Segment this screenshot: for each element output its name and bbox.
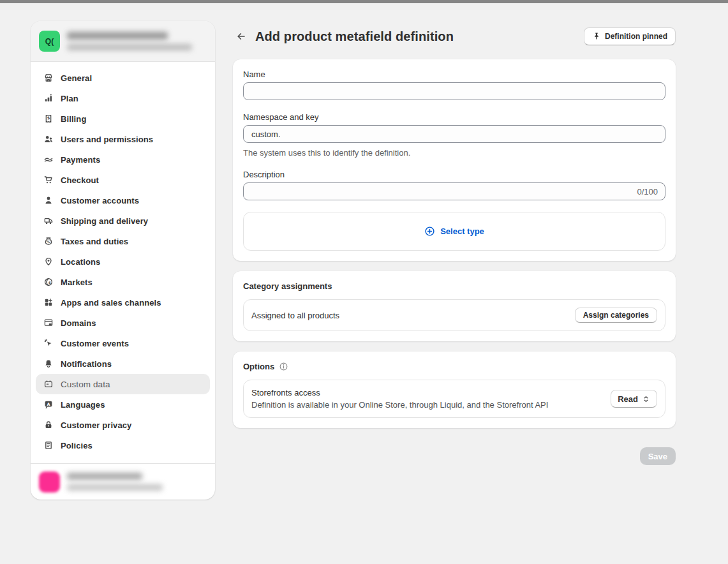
person-icon [43,195,54,205]
plan-icon [43,93,54,103]
taxes-icon: % [43,236,54,246]
svg-text:A: A [47,402,50,407]
sidebar-item-users-and-permissions[interactable]: Users and permissions [36,129,210,149]
sidebar-item-label: Shipping and delivery [61,216,148,226]
sidebar-item-label: Plan [61,94,78,103]
sidebar-item-locations[interactable]: Locations [36,251,210,272]
storefronts-access-row: Storefronts access Definition is availab… [243,380,665,418]
sidebar-item-label: Notifications [61,359,112,369]
store-icon [43,73,54,83]
caret-updown-icon [642,395,650,403]
sidebar-item-customer-accounts[interactable]: Customer accounts [36,190,210,211]
window-top-strip [0,0,728,3]
category-assignments-title: Category assignments [243,281,332,291]
sidebar-item-label: Domains [61,318,96,328]
store-url-redacted [67,44,192,50]
sidebar-item-label: Locations [61,257,100,267]
sidebar-item-policies[interactable]: Policies [36,435,210,456]
sidebar-item-label: Users and permissions [61,135,153,144]
payments-icon [43,154,54,165]
pinned-button-label: Definition pinned [605,32,667,41]
namespace-help-text: The system uses this to identify the def… [243,148,665,158]
sidebar-item-label: Apps and sales channels [61,298,161,308]
category-assignments-card: Category assignments Assigned to all pro… [233,271,676,341]
store-header[interactable]: Q( [31,21,215,62]
sidebar-item-notifications[interactable]: Notifications [36,353,210,374]
storefronts-access-title: Storefronts access [251,388,548,397]
namespace-input[interactable] [243,125,665,143]
sidebar-item-customer-events[interactable]: Customer events [36,333,210,353]
description-field: Description 0/100 [243,170,665,200]
svg-text:$: $ [48,281,51,285]
globe-icon: $ [43,277,54,287]
sidebar-item-label: Languages [61,400,105,410]
assign-categories-button[interactable]: Assign categories [575,308,657,323]
sidebar-item-domains[interactable]: Domains [36,313,210,333]
svg-text:%: % [47,240,50,244]
sidebar-item-label: Custom data [61,380,110,389]
user-name-redacted [67,473,142,480]
select-type-button[interactable]: Select type [243,212,665,251]
namespace-label: Namespace and key [243,112,665,122]
main-content: Add product metafield definition Definit… [233,27,676,465]
sidebar-item-apps-and-sales-channels[interactable]: Apps and sales channels [36,292,210,313]
storefronts-access-description: Definition is available in your Online S… [251,400,548,410]
sidebar-item-label: Customer privacy [61,420,131,430]
back-button[interactable] [233,28,249,45]
billing-icon: $ [43,114,54,124]
options-card: Options Storefronts access Definition is… [233,352,676,428]
sidebar-item-shipping-and-delivery[interactable]: Shipping and delivery [36,211,210,231]
sidebar-item-label: Customer accounts [61,196,139,205]
store-meta [67,32,192,50]
name-input[interactable] [243,82,665,100]
sidebar-item-taxes-and-duties[interactable]: % Taxes and duties [36,231,210,251]
sidebar-item-label: Taxes and duties [61,237,128,246]
sidebar-item-label: Policies [61,441,93,450]
sidebar-item-markets[interactable]: $ Markets [36,272,210,292]
settings-nav: General Plan $ Billing Users and permiss… [31,62,215,463]
pin-icon [592,32,601,41]
sidebar-item-label: Billing [61,114,86,124]
sidebar-item-label: Checkout [61,175,99,185]
sidebar-item-label: Customer events [61,339,129,348]
domains-icon [43,318,54,328]
svg-text:$: $ [47,115,50,121]
page-title: Add product metafield definition [255,29,454,44]
user-account-row[interactable] [31,463,215,500]
description-input[interactable] [243,182,665,200]
bell-icon [43,359,54,369]
truck-icon [43,216,54,226]
sidebar-item-custom-data[interactable]: Custom data [36,374,210,394]
sidebar-item-languages[interactable]: A Languages [36,394,210,415]
definition-pinned-button[interactable]: Definition pinned [584,27,676,45]
cursor-icon [43,338,54,348]
storefronts-access-value: Read [618,394,638,404]
sidebar-item-label: Markets [61,278,93,287]
apps-icon [43,297,54,308]
plus-circle-icon [424,226,435,237]
custom-data-icon [43,379,54,389]
options-title: Options [243,362,274,371]
cart-icon [43,175,54,185]
name-field: Name [243,70,665,100]
sidebar-item-payments[interactable]: Payments [36,149,210,170]
settings-sidebar: Q( General Plan $ Billing Users and perm… [31,21,215,500]
sidebar-item-customer-privacy[interactable]: Customer privacy [36,415,210,435]
sidebar-item-checkout[interactable]: Checkout [36,170,210,190]
storefronts-access-select[interactable]: Read [611,390,657,408]
sidebar-item-plan[interactable]: Plan [36,88,210,108]
storefronts-access-text: Storefronts access Definition is availab… [251,388,548,410]
sidebar-item-general[interactable]: General [36,68,210,88]
save-button[interactable]: Save [640,447,676,465]
info-icon[interactable] [279,362,288,371]
users-icon [43,134,54,144]
description-label: Description [243,170,665,179]
sidebar-item-label: General [61,73,92,83]
category-assignment-row: Assigned to all products Assign categori… [243,299,665,331]
sidebar-item-label: Payments [61,155,100,165]
sidebar-item-billing[interactable]: $ Billing [36,108,210,129]
page-header: Add product metafield definition Definit… [233,27,676,45]
save-row: Save [233,447,676,465]
select-type-label: Select type [440,226,484,236]
definition-form-card: Name Namespace and key The system uses t… [233,59,676,261]
